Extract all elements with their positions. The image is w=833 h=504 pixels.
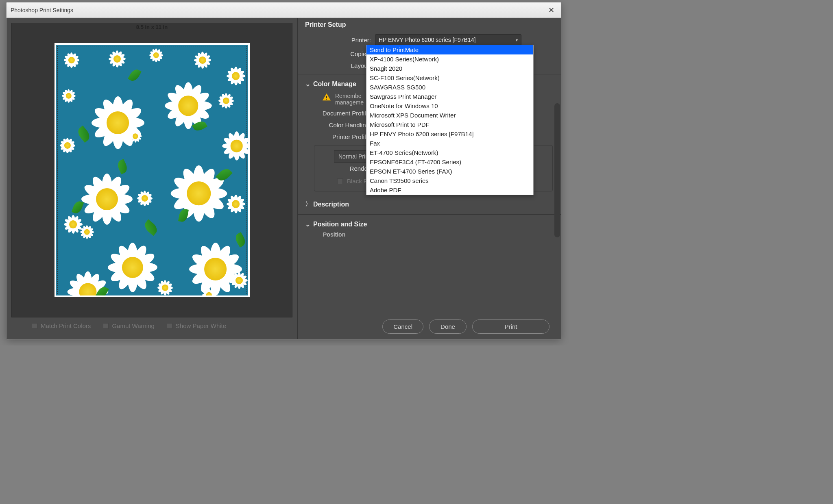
printer-option[interactable]: Sawgrass Print Manager: [366, 92, 533, 101]
close-icon[interactable]: ✕: [545, 4, 557, 16]
preview-frame: 8.5 in x 11 in: [11, 23, 292, 317]
dialog-body: 8.5 in x 11 in Match Print Colors Gamut …: [7, 18, 561, 339]
printer-option[interactable]: EPSONE6F3C4 (ET-4700 Series): [366, 157, 533, 167]
done-button[interactable]: Done: [429, 319, 467, 334]
gamut-warning-label: Gamut Warning: [112, 322, 154, 329]
printer-option[interactable]: XP-4100 Series(Network): [366, 54, 533, 64]
description-title: Description: [313, 201, 349, 208]
printer-option[interactable]: SC-F100 Series(Network): [366, 73, 533, 83]
scrollbar[interactable]: [554, 103, 560, 237]
chevron-down-icon: ⌄: [305, 80, 309, 88]
document-profile-label: Document Profile:: [306, 110, 371, 117]
printer-option[interactable]: HP ENVY Photo 6200 series [F97B14]: [366, 129, 533, 139]
warning-line-2: manageme: [335, 99, 364, 106]
preview-options: Match Print Colors Gamut Warning Show Pa…: [11, 317, 292, 334]
printer-select-value: HP ENVY Photo 6200 series [F97B14]: [379, 37, 475, 43]
svg-rect-1: [326, 99, 327, 100]
match-print-colors-label: Match Print Colors: [41, 322, 91, 329]
canvas-size-label: 8.5 in x 11 in: [12, 23, 292, 31]
show-paper-white-checkbox[interactable]: Show Paper White: [167, 322, 226, 329]
layout-label: Layout:: [306, 62, 371, 69]
chevron-down-icon: ▾: [516, 38, 518, 42]
chevron-right-icon: 〉: [305, 200, 309, 209]
warning-line-1: Remembe: [335, 93, 364, 99]
color-management-title: Color Manage: [313, 80, 356, 88]
printer-select[interactable]: HP ENVY Photo 6200 series [F97B14] ▾: [375, 34, 521, 46]
printer-option[interactable]: ET-4700 Series(Network): [366, 148, 533, 157]
dialog-footer: Cancel Done Print: [298, 314, 561, 339]
printer-setup-heading: Printer Setup: [298, 18, 561, 32]
dialog-title: Photoshop Print Settings: [11, 7, 73, 13]
cancel-button[interactable]: Cancel: [382, 319, 423, 334]
printer-option[interactable]: OneNote for Windows 10: [366, 101, 533, 111]
warning-icon: [322, 93, 331, 102]
show-paper-white-label: Show Paper White: [176, 322, 226, 329]
printer-option[interactable]: Adobe PDF: [366, 185, 533, 195]
printer-option[interactable]: SAWGRASS SG500: [366, 83, 533, 92]
copies-label: Copies:: [306, 50, 371, 57]
match-print-colors-checkbox[interactable]: Match Print Colors: [32, 322, 91, 329]
printer-label: Printer:: [306, 37, 371, 43]
svg-rect-0: [326, 96, 327, 98]
print-settings-dialog: Photoshop Print Settings ✕ 8.5 in x 11 i…: [6, 2, 561, 339]
printer-option[interactable]: Send to PrintMate: [366, 45, 533, 54]
position-sub-label: Position: [298, 231, 561, 239]
print-button[interactable]: Print: [472, 319, 550, 334]
position-size-heading[interactable]: ⌄ Position and Size: [298, 217, 561, 231]
printer-option[interactable]: Microsoft Print to PDF: [366, 120, 533, 129]
printer-option[interactable]: Snagit 2020: [366, 64, 533, 73]
printer-profile-label: Printer Profile:: [306, 133, 371, 140]
printer-setup-title: Printer Setup: [305, 21, 346, 28]
page-preview: [55, 43, 250, 297]
preview-pane: 8.5 in x 11 in Match Print Colors Gamut …: [7, 18, 297, 339]
chevron-down-icon: ⌄: [305, 220, 309, 228]
settings-pane: Printer Setup Printer: HP ENVY Photo 620…: [297, 18, 561, 339]
printer-dropdown[interactable]: Send to PrintMateXP-4100 Series(Network)…: [366, 45, 534, 195]
position-size-title: Position and Size: [313, 221, 367, 228]
printer-option[interactable]: EPSON ET-4700 Series (FAX): [366, 167, 533, 176]
description-heading[interactable]: 〉 Description: [298, 197, 561, 212]
gamut-warning-checkbox[interactable]: Gamut Warning: [103, 322, 154, 329]
printer-option[interactable]: Canon TS9500 series: [366, 176, 533, 185]
printer-option[interactable]: Fax: [366, 139, 533, 148]
color-handling-label: Color Handling:: [306, 122, 371, 128]
titlebar: Photoshop Print Settings ✕: [7, 2, 561, 18]
printer-option[interactable]: Microsoft XPS Document Writer: [366, 111, 533, 120]
